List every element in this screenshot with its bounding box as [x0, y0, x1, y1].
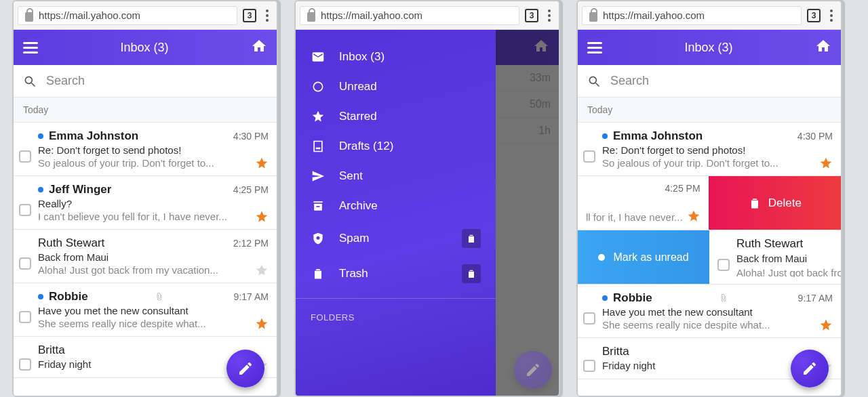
star-icon[interactable]: [819, 156, 833, 170]
unread-dot-icon: [38, 294, 43, 299]
appbar: Inbox (3): [578, 30, 841, 65]
drawer-item[interactable]: Trash: [296, 256, 496, 291]
email-item-swiped-left[interactable]: 4:25 PMll for it, I have never...Delete: [578, 176, 841, 230]
drawer-item-label: Starred: [339, 110, 377, 123]
preview: I can't believe you fell for it, I have …: [38, 211, 269, 222]
checkbox[interactable]: [583, 129, 595, 169]
draft-icon: [311, 140, 326, 153]
unread-dot-icon: [602, 295, 608, 301]
checkbox[interactable]: [19, 183, 31, 222]
browser-address-bar: https://mail.yahoo.com 3: [578, 1, 841, 30]
time: 4:25 PM: [233, 184, 269, 195]
star-icon[interactable]: [255, 156, 269, 170]
drawer-item[interactable]: Starred: [296, 102, 496, 131]
sender: Ruth Stewart: [38, 236, 104, 250]
preview: So jealous of your trip. Don't forget to…: [602, 157, 833, 169]
star-icon[interactable]: [255, 264, 269, 277]
hamburger-icon[interactable]: [23, 42, 38, 54]
preview: So jealous of your trip. Don't forget to…: [38, 157, 269, 169]
mail-icon: [311, 50, 326, 64]
home-icon[interactable]: [251, 38, 267, 57]
checkbox[interactable]: [583, 345, 595, 372]
lock-icon: [307, 12, 315, 22]
sender: Robbie: [613, 291, 652, 305]
drawer-section-folders: FOLDERS: [296, 306, 496, 329]
email-item[interactable]: Emma Johnston4:30 PMRe: Don't forget to …: [14, 123, 277, 176]
email-item[interactable]: Robbie9:17 AMHave you met the new consul…: [578, 285, 841, 338]
compose-button[interactable]: [791, 350, 829, 388]
svg-line-1: [32, 83, 35, 86]
url-text: https://mail.yahoo.com: [321, 9, 422, 21]
screen-inbox-list: https://mail.yahoo.com 3 Inbox (3) Searc…: [12, 0, 278, 397]
svg-point-2: [313, 82, 322, 91]
hamburger-icon[interactable]: [587, 42, 602, 54]
preview: Aloha! Just got back from my vacation...: [736, 267, 841, 277]
search-bar[interactable]: Search: [14, 65, 277, 98]
empty-icon[interactable]: [462, 229, 481, 248]
drawer-screen: 33m 50m 1h Inbox (3)UnreadStarredDrafts …: [296, 30, 559, 396]
attachment-icon: [719, 293, 728, 303]
email-item[interactable]: Emma Johnston4:30 PMRe: Don't forget to …: [578, 123, 841, 176]
checkbox[interactable]: [19, 343, 31, 371]
url-field[interactable]: https://mail.yahoo.com: [582, 6, 802, 25]
email-item[interactable]: Jeff Winger4:25 PMReally?I can't believe…: [14, 176, 277, 230]
navigation-drawer: Inbox (3)UnreadStarredDrafts (12)SentArc…: [296, 30, 496, 396]
subject: Back from Maui: [736, 253, 841, 263]
drawer-item[interactable]: Drafts (12): [296, 131, 496, 161]
delete-action[interactable]: Delete: [709, 176, 841, 230]
circle-icon: [311, 80, 326, 93]
compose-button[interactable]: [226, 350, 264, 388]
drawer-item[interactable]: Archive: [296, 191, 496, 221]
lock-icon: [589, 12, 597, 22]
overflow-menu-icon[interactable]: [262, 9, 273, 22]
trash-icon: [748, 196, 762, 210]
drawer-item-label: Unread: [339, 80, 377, 93]
svg-rect-3: [316, 148, 321, 150]
tabs-icon[interactable]: 3: [807, 9, 821, 22]
star-icon[interactable]: [255, 210, 269, 224]
email-item[interactable]: Robbie9:17 AMHave you met the new consul…: [14, 283, 277, 337]
empty-icon[interactable]: [462, 264, 481, 283]
overflow-menu-icon[interactable]: [826, 9, 837, 22]
drawer-item-label: Archive: [339, 199, 378, 213]
checkbox[interactable]: [19, 236, 31, 276]
email-item[interactable]: Ruth Stewart2:12 PMBack from MauiAloha! …: [14, 230, 277, 283]
tabs-icon[interactable]: 3: [525, 9, 538, 22]
drawer-item[interactable]: Spam: [296, 221, 496, 256]
email-item-swiped-right[interactable]: Mark as unreadRuth StewartBack from Maui…: [578, 230, 841, 285]
section-header-today: Today: [14, 98, 277, 123]
mark-unread-action[interactable]: Mark as unread: [578, 230, 709, 284]
checkbox[interactable]: [19, 290, 31, 329]
drawer-item[interactable]: Unread: [296, 72, 496, 102]
checkbox[interactable]: [583, 291, 595, 331]
sender: Britta: [38, 343, 65, 357]
trash-icon: [311, 267, 326, 280]
star-icon[interactable]: [819, 318, 833, 332]
checkbox[interactable]: [717, 237, 730, 277]
overflow-menu-icon[interactable]: [544, 9, 555, 22]
drawer-item-label: Drafts (12): [339, 140, 393, 153]
time: 2:12 PM: [233, 238, 269, 249]
tabs-icon[interactable]: 3: [243, 9, 256, 22]
subject: Re: Don't forget to send photos!: [602, 144, 833, 156]
search-bar[interactable]: Search: [578, 65, 841, 98]
unread-dot-icon: [38, 133, 43, 139]
star-icon[interactable]: [687, 209, 701, 223]
drawer-item[interactable]: Inbox (3): [296, 42, 496, 72]
compose-button[interactable]: [514, 351, 552, 389]
drawer-item-label: Spam: [339, 232, 369, 245]
sender: Emma Johnston: [49, 129, 138, 143]
svg-point-4: [317, 236, 320, 240]
sender: Robbie: [49, 290, 88, 304]
checkbox[interactable]: [19, 129, 31, 169]
search-placeholder: Search: [46, 74, 85, 88]
home-icon[interactable]: [815, 38, 831, 57]
drawer-item[interactable]: Sent: [296, 161, 496, 191]
unread-dot-icon: [602, 133, 608, 139]
url-field[interactable]: https://mail.yahoo.com: [300, 6, 519, 25]
url-field[interactable]: https://mail.yahoo.com: [18, 6, 237, 25]
star-icon[interactable]: [255, 317, 269, 331]
time: 9:17 AM: [798, 293, 833, 304]
sender: Emma Johnston: [613, 129, 703, 143]
time: 4:25 PM: [665, 183, 700, 194]
